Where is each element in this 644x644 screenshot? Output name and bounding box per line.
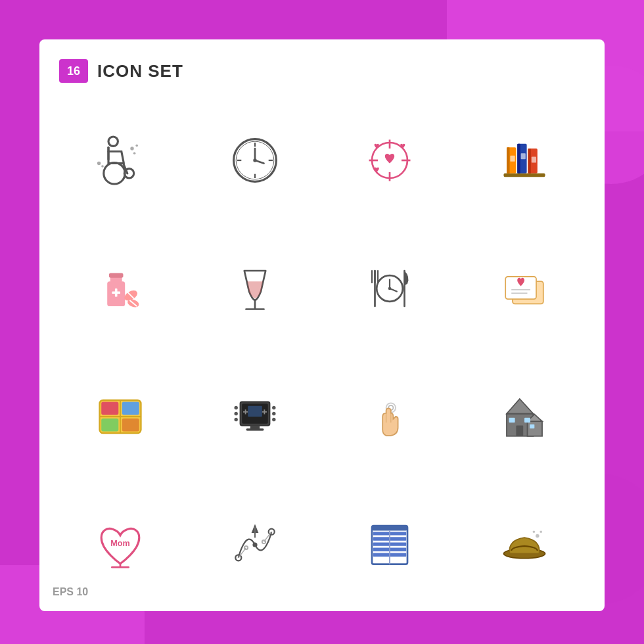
svg-point-0 [108,137,118,146]
svg-point-16 [253,158,256,162]
svg-rect-60 [122,402,139,415]
svg-rect-28 [520,153,525,159]
svg-rect-59 [101,402,118,415]
svg-rect-89 [530,424,534,428]
svg-rect-36 [112,291,120,294]
svg-point-67 [234,405,237,409]
svg-point-3 [130,147,133,150]
icon-mom-heart: Mom [59,487,181,602]
svg-point-6 [101,165,104,168]
svg-point-4 [135,144,138,147]
icon-love-card [463,231,585,346]
icon-hat [463,487,585,602]
svg-rect-86 [516,425,523,436]
svg-rect-24 [507,147,510,173]
icon-window-blinds [329,487,450,602]
svg-rect-84 [527,421,542,436]
svg-text:Mom: Mom [110,538,129,547]
icon-medicine [59,231,181,346]
svg-rect-34 [108,273,123,277]
svg-rect-30 [528,149,531,173]
icons-grid: Mom [59,103,585,602]
icon-meal-time [329,231,450,346]
svg-rect-25 [510,155,515,161]
svg-point-68 [234,411,237,415]
svg-marker-83 [507,399,534,414]
svg-rect-77 [248,405,262,416]
svg-point-112 [536,534,539,537]
header: 16 ICON SET [59,59,585,83]
icon-clock [194,103,315,218]
footer-label: EPS 10 [53,586,88,598]
icon-target-hearts [329,103,450,218]
page-title: ICON SET [97,61,183,81]
icon-building [463,359,585,474]
icon-wheelchair [59,103,181,218]
svg-rect-87 [509,417,515,422]
svg-rect-65 [250,425,259,428]
icon-binders [463,103,585,218]
svg-point-69 [234,417,237,421]
main-card: 16 ICON SET [39,39,605,611]
svg-point-72 [272,417,275,421]
icon-finger-touch [329,359,450,474]
svg-point-95 [252,542,257,547]
svg-rect-88 [524,417,530,422]
svg-point-7 [97,161,100,164]
svg-rect-61 [101,418,118,431]
svg-point-71 [272,411,275,415]
icon-wine-glass [194,231,315,346]
svg-point-113 [540,530,542,533]
svg-point-70 [272,405,275,409]
svg-point-1 [103,162,124,183]
svg-rect-22 [503,173,545,176]
icon-pen-tool [194,487,315,602]
svg-rect-104 [372,526,407,530]
svg-rect-62 [122,418,139,431]
svg-point-114 [532,530,535,533]
svg-rect-27 [517,143,520,173]
icon-makeup-palette [59,359,181,474]
svg-rect-66 [246,428,264,431]
svg-rect-31 [531,156,536,162]
icon-tv-screen [194,359,315,474]
svg-point-51 [388,287,391,290]
svg-point-5 [133,152,135,154]
badge-number: 16 [59,59,88,83]
